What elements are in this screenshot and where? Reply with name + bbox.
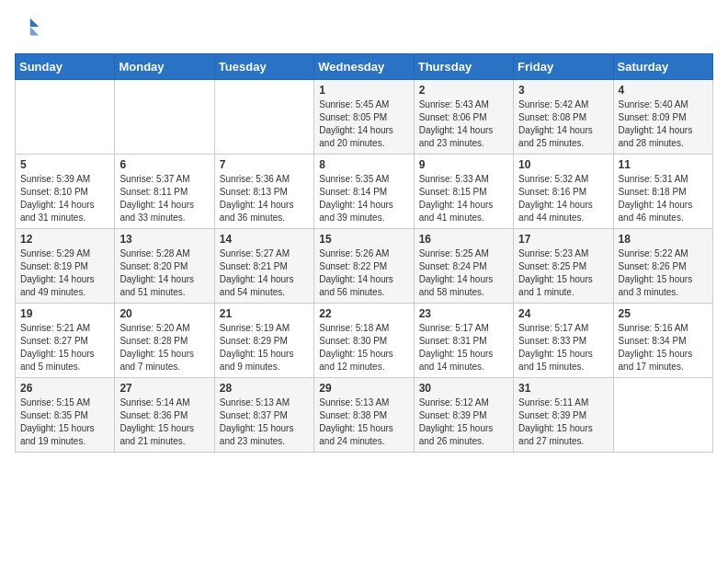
calendar-cell: 30Sunrise: 5:12 AM Sunset: 8:39 PM Dayli… [414,378,513,453]
calendar-cell: 14Sunrise: 5:27 AM Sunset: 8:21 PM Dayli… [214,229,313,304]
day-info: Sunrise: 5:14 AM Sunset: 8:36 PM Dayligh… [119,396,209,448]
day-info: Sunrise: 5:26 AM Sunset: 8:22 PM Dayligh… [319,247,408,299]
weekday-header-saturday: Saturday [613,54,712,80]
calendar-cell: 6Sunrise: 5:37 AM Sunset: 8:11 PM Daylig… [115,155,214,229]
day-info: Sunrise: 5:22 AM Sunset: 8:26 PM Dayligh… [619,247,708,299]
calendar-cell: 2Sunrise: 5:43 AM Sunset: 8:06 PM Daylig… [414,80,513,155]
day-info: Sunrise: 5:32 AM Sunset: 8:16 PM Dayligh… [518,173,608,224]
day-number: 29 [319,382,408,395]
calendar-cell: 19Sunrise: 5:21 AM Sunset: 8:27 PM Dayli… [16,304,115,378]
day-info: Sunrise: 5:29 AM Sunset: 8:19 PM Dayligh… [20,247,109,299]
day-info: Sunrise: 5:28 AM Sunset: 8:20 PM Dayligh… [119,247,209,299]
day-number: 27 [119,382,209,395]
day-info: Sunrise: 5:43 AM Sunset: 8:06 PM Dayligh… [419,98,508,150]
day-number: 10 [518,158,608,171]
calendar-cell: 4Sunrise: 5:40 AM Sunset: 8:09 PM Daylig… [613,80,712,155]
svg-marker-0 [30,18,39,27]
svg-marker-1 [30,27,39,35]
calendar-cell: 18Sunrise: 5:22 AM Sunset: 8:26 PM Dayli… [613,229,712,304]
day-info: Sunrise: 5:31 AM Sunset: 8:18 PM Dayligh… [619,173,708,224]
calendar-week-2: 5Sunrise: 5:39 AM Sunset: 8:10 PM Daylig… [16,155,713,229]
weekday-header-thursday: Thursday [414,54,513,80]
calendar-cell: 27Sunrise: 5:14 AM Sunset: 8:36 PM Dayli… [115,378,214,453]
logo [15,15,42,44]
calendar-cell: 5Sunrise: 5:39 AM Sunset: 8:10 PM Daylig… [16,155,115,229]
calendar-cell: 24Sunrise: 5:17 AM Sunset: 8:33 PM Dayli… [514,304,613,378]
day-number: 14 [220,233,309,246]
day-info: Sunrise: 5:13 AM Sunset: 8:38 PM Dayligh… [319,396,408,448]
day-info: Sunrise: 5:12 AM Sunset: 8:39 PM Dayligh… [419,396,508,448]
day-info: Sunrise: 5:37 AM Sunset: 8:11 PM Dayligh… [119,173,209,224]
calendar-cell: 26Sunrise: 5:15 AM Sunset: 8:35 PM Dayli… [16,378,115,453]
day-number: 26 [20,382,109,395]
day-info: Sunrise: 5:39 AM Sunset: 8:10 PM Dayligh… [20,173,109,224]
day-info: Sunrise: 5:45 AM Sunset: 8:05 PM Dayligh… [319,98,408,150]
day-number: 19 [20,307,109,320]
day-info: Sunrise: 5:20 AM Sunset: 8:28 PM Dayligh… [119,322,209,373]
weekday-header-wednesday: Wednesday [314,54,414,80]
day-number: 18 [619,233,708,246]
day-number: 31 [518,382,608,395]
calendar-week-3: 12Sunrise: 5:29 AM Sunset: 8:19 PM Dayli… [16,229,713,304]
day-info: Sunrise: 5:36 AM Sunset: 8:13 PM Dayligh… [220,173,309,224]
day-info: Sunrise: 5:11 AM Sunset: 8:39 PM Dayligh… [518,396,608,448]
day-info: Sunrise: 5:21 AM Sunset: 8:27 PM Dayligh… [20,322,109,373]
calendar-cell [16,80,115,155]
day-info: Sunrise: 5:18 AM Sunset: 8:30 PM Dayligh… [319,322,408,373]
day-info: Sunrise: 5:25 AM Sunset: 8:24 PM Dayligh… [419,247,508,299]
day-number: 28 [220,382,309,395]
calendar-cell [214,80,313,155]
day-number: 3 [518,84,608,97]
day-number: 4 [619,84,708,97]
day-number: 5 [20,158,109,171]
calendar-cell: 3Sunrise: 5:42 AM Sunset: 8:08 PM Daylig… [514,80,613,155]
logo-icon [15,15,40,40]
calendar-week-5: 26Sunrise: 5:15 AM Sunset: 8:35 PM Dayli… [16,378,713,453]
day-number: 7 [220,158,309,171]
day-number: 1 [319,84,408,97]
calendar-cell [613,378,712,453]
weekday-header-monday: Monday [115,54,214,80]
calendar-cell: 23Sunrise: 5:17 AM Sunset: 8:31 PM Dayli… [414,304,513,378]
calendar-cell: 9Sunrise: 5:33 AM Sunset: 8:15 PM Daylig… [414,155,513,229]
day-info: Sunrise: 5:27 AM Sunset: 8:21 PM Dayligh… [220,247,309,299]
day-number: 17 [518,233,608,246]
calendar-cell: 11Sunrise: 5:31 AM Sunset: 8:18 PM Dayli… [613,155,712,229]
day-number: 22 [319,307,408,320]
calendar-cell: 25Sunrise: 5:16 AM Sunset: 8:34 PM Dayli… [613,304,712,378]
day-number: 13 [119,233,209,246]
day-info: Sunrise: 5:13 AM Sunset: 8:37 PM Dayligh… [220,396,309,448]
day-number: 2 [419,84,508,97]
day-number: 23 [419,307,508,320]
day-number: 25 [619,307,708,320]
day-number: 8 [319,158,408,171]
calendar-table: SundayMondayTuesdayWednesdayThursdayFrid… [15,53,713,453]
day-number: 24 [518,307,608,320]
day-info: Sunrise: 5:35 AM Sunset: 8:14 PM Dayligh… [319,173,408,224]
calendar-cell: 16Sunrise: 5:25 AM Sunset: 8:24 PM Dayli… [414,229,513,304]
weekday-header-row: SundayMondayTuesdayWednesdayThursdayFrid… [16,54,713,80]
calendar-cell: 31Sunrise: 5:11 AM Sunset: 8:39 PM Dayli… [514,378,613,453]
calendar-cell: 12Sunrise: 5:29 AM Sunset: 8:19 PM Dayli… [16,229,115,304]
calendar-cell: 7Sunrise: 5:36 AM Sunset: 8:13 PM Daylig… [214,155,313,229]
weekday-header-sunday: Sunday [16,54,115,80]
day-number: 20 [119,307,209,320]
calendar-cell: 20Sunrise: 5:20 AM Sunset: 8:28 PM Dayli… [115,304,214,378]
day-number: 16 [419,233,508,246]
day-info: Sunrise: 5:40 AM Sunset: 8:09 PM Dayligh… [619,98,708,150]
calendar-cell: 13Sunrise: 5:28 AM Sunset: 8:20 PM Dayli… [115,229,214,304]
day-number: 6 [119,158,209,171]
calendar-week-1: 1Sunrise: 5:45 AM Sunset: 8:05 PM Daylig… [16,80,713,155]
calendar-cell: 17Sunrise: 5:23 AM Sunset: 8:25 PM Dayli… [514,229,613,304]
day-number: 12 [20,233,109,246]
page-header [15,15,713,44]
day-info: Sunrise: 5:23 AM Sunset: 8:25 PM Dayligh… [518,247,608,299]
calendar-cell: 10Sunrise: 5:32 AM Sunset: 8:16 PM Dayli… [514,155,613,229]
calendar-cell: 29Sunrise: 5:13 AM Sunset: 8:38 PM Dayli… [314,378,414,453]
calendar-cell: 1Sunrise: 5:45 AM Sunset: 8:05 PM Daylig… [314,80,414,155]
day-info: Sunrise: 5:17 AM Sunset: 8:33 PM Dayligh… [518,322,608,373]
day-number: 15 [319,233,408,246]
day-info: Sunrise: 5:16 AM Sunset: 8:34 PM Dayligh… [619,322,708,373]
day-info: Sunrise: 5:42 AM Sunset: 8:08 PM Dayligh… [518,98,608,150]
day-info: Sunrise: 5:17 AM Sunset: 8:31 PM Dayligh… [419,322,508,373]
